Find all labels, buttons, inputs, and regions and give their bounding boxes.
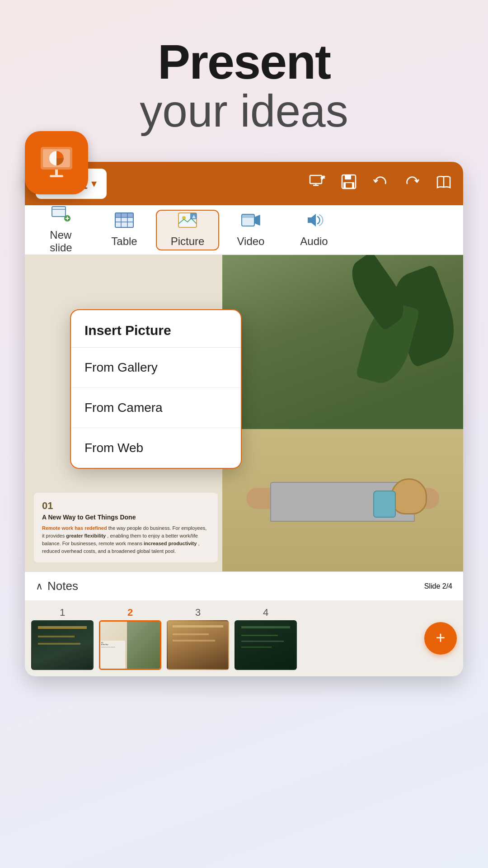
add-slide-icon: + bbox=[436, 630, 445, 646]
video-icon bbox=[241, 212, 261, 232]
notes-bar: ∧ Notes Slide 2/4 bbox=[25, 571, 463, 600]
insert-picture-popup: Insert Picture From Gallery From Camera … bbox=[70, 309, 242, 469]
notes-text: Notes bbox=[47, 579, 78, 593]
svg-rect-10 bbox=[345, 175, 351, 179]
save-icon[interactable] bbox=[340, 173, 357, 194]
thumb-2-number: 2 bbox=[127, 607, 133, 618]
new-slide-icon bbox=[51, 206, 71, 226]
from-web-item[interactable]: From Web bbox=[71, 428, 241, 468]
body-bold-1: greater flexibility bbox=[66, 533, 106, 538]
picture-item[interactable]: Picture bbox=[156, 210, 219, 250]
desk-surface bbox=[222, 429, 464, 571]
from-camera-item[interactable]: From Camera bbox=[71, 388, 241, 428]
book-icon[interactable] bbox=[435, 173, 452, 194]
slide-body-text: Remote work has redefined the way people… bbox=[42, 524, 210, 555]
body-bold-2: increased productivity bbox=[144, 541, 197, 546]
svg-rect-24 bbox=[115, 213, 133, 217]
main-toolbar: Insert ▾ bbox=[25, 162, 463, 205]
svg-marker-31 bbox=[308, 214, 316, 226]
slide-thumbnail-2[interactable]: 01 A New Way Remote work has redefined..… bbox=[99, 620, 161, 670]
hero-title: Present bbox=[0, 36, 488, 87]
hero-subtitle: your ideas bbox=[0, 87, 488, 135]
slide-thumbnail-1[interactable] bbox=[31, 620, 94, 670]
toolbar-icons bbox=[309, 173, 452, 194]
mug bbox=[373, 491, 396, 518]
video-item[interactable]: Video bbox=[219, 210, 282, 250]
monitor-edit-icon[interactable] bbox=[309, 173, 326, 194]
svg-rect-3 bbox=[55, 170, 58, 175]
audio-item[interactable]: Audio bbox=[282, 210, 346, 250]
thumb-4-wrapper[interactable]: 4 bbox=[235, 607, 297, 670]
thumb-3-number: 3 bbox=[195, 607, 201, 618]
body-highlight-1: Remote work has redefined bbox=[42, 525, 107, 531]
thumb-1-number: 1 bbox=[60, 607, 65, 618]
thumb-2-wrapper[interactable]: 2 01 A New Way Remote work has redefined… bbox=[99, 607, 161, 670]
thumb-3-wrapper[interactable]: 3 bbox=[167, 607, 229, 670]
thumbnails-bar: 1 2 01 A New Way Remote work has re bbox=[25, 600, 463, 676]
insert-toolbar: Newslide Table bbox=[25, 205, 463, 255]
svg-rect-12 bbox=[346, 183, 352, 188]
picture-icon bbox=[178, 212, 197, 232]
notes-label[interactable]: ∧ Notes bbox=[36, 579, 78, 593]
app-window: Insert ▾ bbox=[25, 162, 463, 676]
svg-rect-14 bbox=[52, 207, 66, 217]
slide-area: 01 A New Way to Get Things Done Remote w… bbox=[25, 255, 463, 571]
insert-arrow-icon: ▾ bbox=[91, 177, 97, 190]
thumb-4-number: 4 bbox=[263, 607, 268, 618]
slide-thumbnail-4[interactable] bbox=[235, 620, 297, 670]
slide-text-content: 01 A New Way to Get Things Done Remote w… bbox=[34, 493, 218, 562]
popup-title: Insert Picture bbox=[71, 310, 241, 348]
table-item[interactable]: Table bbox=[93, 210, 156, 250]
redo-icon[interactable] bbox=[404, 173, 421, 194]
audio-icon bbox=[304, 212, 324, 232]
from-gallery-item[interactable]: From Gallery bbox=[71, 348, 241, 388]
svg-rect-4 bbox=[50, 175, 63, 177]
thumb-1-wrapper[interactable]: 1 bbox=[31, 607, 94, 670]
app-icon-graphic bbox=[36, 142, 77, 183]
slide-photo bbox=[222, 255, 464, 571]
slide-heading: A New Way to Get Things Done bbox=[42, 514, 210, 521]
app-icon[interactable] bbox=[25, 131, 88, 194]
new-slide-label: Newslide bbox=[50, 229, 72, 254]
slide-indicator: Slide 2/4 bbox=[424, 582, 452, 590]
table-icon bbox=[114, 212, 134, 232]
new-slide-item[interactable]: Newslide bbox=[29, 210, 93, 250]
svg-rect-30 bbox=[242, 214, 254, 218]
notes-chevron-icon: ∧ bbox=[36, 580, 43, 592]
audio-label: Audio bbox=[300, 235, 328, 248]
plant-pot bbox=[391, 478, 427, 514]
picture-label: Picture bbox=[171, 235, 205, 248]
add-slide-button[interactable]: + bbox=[424, 622, 457, 655]
slide-number: 01 bbox=[42, 500, 210, 512]
video-label: Video bbox=[237, 235, 265, 248]
svg-rect-5 bbox=[310, 175, 322, 184]
slide-thumbnail-3[interactable] bbox=[167, 620, 229, 670]
undo-icon[interactable] bbox=[372, 173, 389, 194]
photo-background bbox=[222, 255, 464, 571]
table-label: Table bbox=[111, 235, 137, 248]
